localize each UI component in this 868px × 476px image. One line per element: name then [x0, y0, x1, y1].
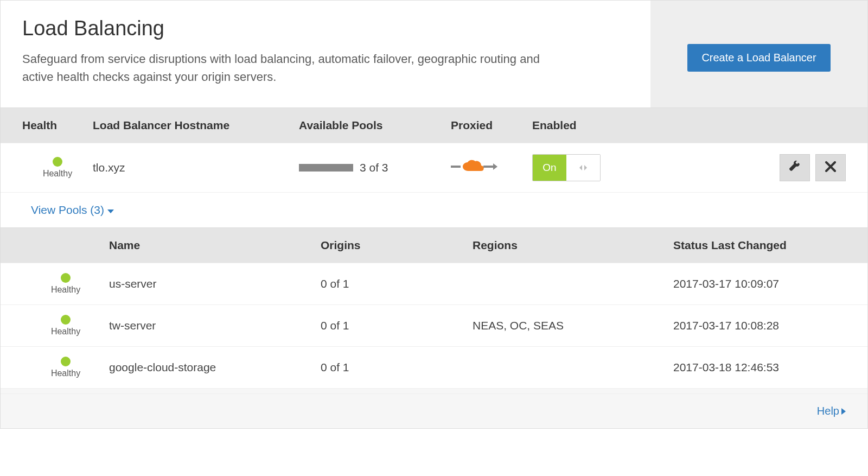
page-description: Safeguard from service disruptions with … [22, 50, 554, 86]
pool-health-cell: Healthy [22, 273, 109, 295]
pool-health-cell: Healthy [22, 357, 109, 378]
pool-origins: 0 of 1 [321, 277, 473, 290]
svg-marker-6 [841, 408, 846, 415]
main-container: Load Balancing Safeguard from service di… [0, 0, 868, 429]
close-icon [825, 161, 836, 175]
footer-row: Help [1, 394, 867, 428]
help-link[interactable]: Help [817, 405, 846, 417]
pools-table-header: Name Origins Regions Status Last Changed [1, 227, 867, 263]
health-dot-icon [61, 357, 71, 366]
create-load-balancer-button[interactable]: Create a Load Balancer [687, 44, 830, 72]
pool-col-regions: Regions [473, 239, 673, 252]
available-pools-text: 3 of 3 [360, 161, 388, 174]
edit-button[interactable] [780, 154, 810, 181]
delete-button[interactable] [815, 154, 846, 181]
caret-down-icon [107, 204, 114, 217]
svg-marker-5 [107, 210, 114, 213]
pool-name: google-cloud-storage [109, 361, 321, 374]
header-right: Create a Load Balancer [650, 1, 867, 107]
col-enabled: Enabled [532, 119, 630, 132]
spacer-strip [1, 388, 867, 394]
pool-row: Healthy tw-server 0 of 1 NEAS, OC, SEAS … [1, 304, 867, 346]
pool-row: Healthy us-server 0 of 1 2017-03-17 10:0… [1, 263, 867, 304]
pool-health-label: Healthy [51, 327, 80, 337]
top-section: Load Balancing Safeguard from service di… [1, 1, 867, 107]
svg-marker-2 [493, 163, 497, 170]
health-dot-icon [61, 273, 71, 283]
pool-status: 2017-03-17 10:08:28 [673, 319, 846, 332]
enabled-cell: On [532, 154, 630, 181]
col-health: Health [22, 119, 93, 132]
header-left: Load Balancing Safeguard from service di… [1, 1, 650, 107]
view-pools-row: View Pools (3) [1, 192, 867, 227]
svg-marker-3 [579, 165, 582, 170]
lb-table-header: Health Load Balancer Hostname Available … [1, 107, 867, 143]
health-cell: Healthy [22, 157, 93, 179]
pool-health-label: Healthy [51, 369, 80, 378]
pool-health-cell: Healthy [22, 315, 109, 337]
pool-col-health [22, 239, 109, 252]
pool-col-status: Status Last Changed [673, 239, 846, 252]
pool-status: 2017-03-18 12:46:53 [673, 361, 846, 374]
lb-hostname: tlo.xyz [93, 161, 299, 174]
cloud-proxied-icon [451, 158, 497, 175]
pool-name: us-server [109, 277, 321, 290]
pool-health-label: Healthy [51, 285, 80, 295]
pool-col-origins: Origins [321, 239, 473, 252]
pool-col-name: Name [109, 239, 321, 252]
view-pools-label: View Pools (3) [31, 204, 104, 217]
page-title: Load Balancing [22, 17, 629, 40]
pool-progress-bar-icon [299, 164, 353, 172]
col-actions [630, 119, 846, 132]
enabled-toggle[interactable]: On [532, 154, 601, 181]
pool-origins: 0 of 1 [321, 319, 473, 332]
col-proxied: Proxied [451, 119, 532, 132]
help-label: Help [817, 405, 839, 417]
proxied-cell [451, 158, 532, 178]
pool-name: tw-server [109, 319, 321, 332]
view-pools-link[interactable]: View Pools (3) [31, 204, 114, 217]
health-status-label: Healthy [43, 169, 72, 179]
toggle-on-label: On [533, 155, 566, 181]
svg-marker-4 [584, 165, 587, 170]
pool-row: Healthy google-cloud-storage 0 of 1 2017… [1, 346, 867, 388]
col-available-pools: Available Pools [299, 119, 451, 132]
pool-regions: NEAS, OC, SEAS [473, 319, 673, 332]
actions-cell [630, 154, 846, 181]
pool-status: 2017-03-17 10:09:07 [673, 277, 846, 290]
wrench-icon [789, 161, 801, 175]
available-pools-cell: 3 of 3 [299, 161, 451, 174]
toggle-off-side [566, 155, 600, 181]
health-dot-icon [53, 157, 62, 167]
caret-right-icon [841, 405, 846, 417]
health-dot-icon [61, 315, 71, 325]
pool-origins: 0 of 1 [321, 361, 473, 374]
col-hostname: Load Balancer Hostname [93, 119, 299, 132]
lb-table-row: Healthy tlo.xyz 3 of 3 On [1, 143, 867, 192]
